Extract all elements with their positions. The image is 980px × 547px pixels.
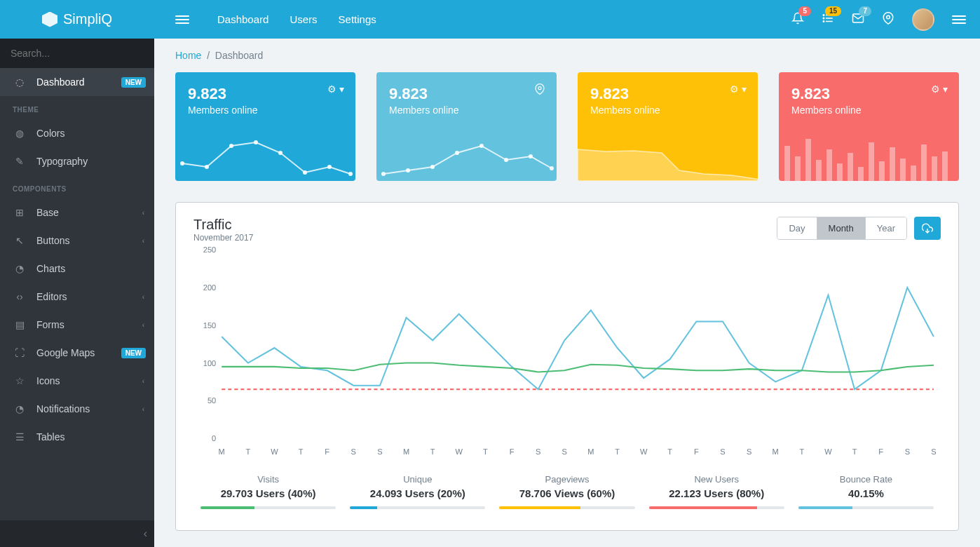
- sidebar-item-notifications[interactable]: ◔ Notifications ‹: [0, 395, 154, 423]
- svg-point-20: [455, 151, 459, 155]
- drop-icon: ◍: [13, 128, 27, 139]
- sidebar-item-typography[interactable]: ✎ Typography: [0, 147, 154, 175]
- gear-icon[interactable]: ⚙ ▾: [327, 83, 344, 95]
- svg-rect-26: [795, 156, 801, 181]
- range-month[interactable]: Month: [817, 217, 866, 239]
- svg-text:T: T: [667, 447, 672, 456]
- svg-rect-25: [784, 146, 790, 181]
- svg-point-9: [205, 165, 209, 169]
- sidebar-item-label: Buttons: [36, 235, 69, 246]
- breadcrumb: Home / Dashboard: [154, 39, 980, 72]
- traffic-title: Traffic: [193, 217, 253, 233]
- svg-text:M: M: [219, 447, 225, 456]
- range-day[interactable]: Day: [777, 217, 817, 239]
- brand-icon: [42, 12, 57, 27]
- sidebar-item-googlemaps[interactable]: ⛶ Google Maps NEW: [0, 339, 154, 367]
- stat-bar: [649, 506, 784, 509]
- stat-bar: [350, 506, 485, 509]
- range-year[interactable]: Year: [866, 217, 906, 239]
- app-header: SimpliQ Dashboard Users Settings 5 15 7: [0, 0, 980, 39]
- sidebar-item-charts[interactable]: ◔ Charts: [0, 255, 154, 283]
- gear-icon[interactable]: ⚙ ▾: [931, 83, 948, 95]
- stat-item: Unique 24.093 Users (20%): [343, 474, 492, 516]
- widget-members-4: ⚙ ▾ 9.823 Members online: [779, 72, 959, 181]
- search-input[interactable]: [11, 48, 144, 59]
- svg-point-21: [479, 144, 484, 148]
- chevron-left-icon: ‹: [142, 209, 144, 217]
- list-icon: ☰: [13, 431, 27, 443]
- sidebar-minimizer[interactable]: ‹: [0, 520, 154, 547]
- svg-rect-32: [858, 167, 864, 181]
- tasks-icon[interactable]: 15: [822, 12, 834, 27]
- svg-text:250: 250: [203, 245, 216, 254]
- svg-text:S: S: [720, 447, 725, 456]
- stat-label: Bounce Rate: [798, 474, 934, 485]
- sidebar-item-editors[interactable]: ‹› Editors ‹: [0, 283, 154, 311]
- sidebar-item-forms[interactable]: ▤ Forms ‹: [0, 311, 154, 339]
- location-icon[interactable]: [882, 12, 894, 27]
- tasks-badge: 15: [825, 6, 841, 16]
- search-box[interactable]: [0, 39, 154, 68]
- sidebar-item-label: Forms: [36, 319, 64, 330]
- stat-item: New Users 22.123 Users (80%): [642, 474, 791, 516]
- sidebar-item-base[interactable]: ⊞ Base ‹: [0, 198, 154, 227]
- avatar[interactable]: [912, 8, 934, 31]
- widget-members-3: ⚙ ▾ 9.823 Members online: [578, 72, 758, 181]
- svg-point-8: [180, 161, 184, 166]
- traffic-subtitle: November 2017: [193, 233, 253, 243]
- mini-line-chart: [175, 132, 355, 181]
- stat-value: 40.15%: [798, 487, 934, 499]
- sidebar-item-buttons[interactable]: ↖ Buttons ‹: [0, 227, 154, 255]
- nav-users[interactable]: Users: [290, 13, 317, 25]
- sidebar-item-colors[interactable]: ◍ Colors: [0, 119, 154, 147]
- chevron-left-icon: ‹: [142, 237, 144, 245]
- svg-point-3: [823, 14, 824, 15]
- sidebar-item-tables[interactable]: ☰ Tables: [0, 423, 154, 451]
- nav-dashboard[interactable]: Dashboard: [217, 13, 268, 25]
- top-nav: Dashboard Users Settings: [154, 13, 376, 25]
- sidebar-item-icons[interactable]: ☆ Icons ‹: [0, 367, 154, 395]
- cursor-icon: ↖: [13, 235, 27, 246]
- svg-text:S: S: [377, 447, 382, 456]
- aside-toggle-icon[interactable]: [952, 15, 966, 24]
- range-toggle: Day Month Year: [777, 217, 907, 240]
- svg-text:T: T: [483, 447, 488, 456]
- widget-value: 9.823: [188, 85, 343, 103]
- download-button[interactable]: [914, 217, 941, 240]
- svg-rect-40: [942, 151, 948, 181]
- mini-line-chart: [376, 132, 557, 181]
- svg-text:0: 0: [212, 434, 216, 443]
- nav-settings[interactable]: Settings: [339, 13, 376, 25]
- code-icon: ‹›: [13, 291, 27, 302]
- stat-label: Visits: [200, 474, 336, 485]
- location-icon[interactable]: [534, 83, 545, 97]
- sidebar-item-label: Editors: [36, 291, 67, 302]
- svg-text:T: T: [430, 447, 435, 456]
- gear-icon[interactable]: ⚙ ▾: [730, 83, 747, 95]
- svg-text:W: W: [456, 447, 463, 456]
- svg-point-16: [538, 87, 541, 90]
- widget-row: ⚙ ▾ 9.823 Members online 9.823 Members o…: [154, 72, 980, 181]
- mail-icon[interactable]: 7: [852, 12, 864, 27]
- sidebar-toggle-icon[interactable]: [168, 15, 196, 24]
- stats-row: Visits 29.703 Users (40%) Unique 24.093 …: [193, 474, 941, 516]
- svg-rect-31: [848, 153, 853, 181]
- note-icon: ▤: [13, 319, 27, 330]
- svg-text:T: T: [245, 447, 250, 456]
- header-actions: 5 15 7: [791, 8, 980, 31]
- svg-text:T: T: [615, 447, 620, 456]
- chevron-left-icon: ‹: [142, 405, 144, 413]
- sidebar-item-label: Icons: [36, 375, 60, 386]
- stat-item: Visits 29.703 Users (40%): [193, 474, 343, 516]
- svg-text:S: S: [536, 447, 540, 456]
- sidebar-item-label: Notifications: [36, 403, 90, 414]
- sidebar-item-dashboard[interactable]: ◌ Dashboard NEW: [0, 68, 154, 96]
- stat-value: 24.093 Users (20%): [350, 487, 485, 499]
- bell-icon[interactable]: 5: [791, 12, 804, 27]
- svg-rect-37: [911, 166, 916, 181]
- brand-logo[interactable]: SimpliQ: [0, 11, 154, 27]
- breadcrumb-home[interactable]: Home: [175, 50, 201, 61]
- stat-bar: [200, 506, 336, 509]
- sidebar-item-label: Google Maps: [36, 347, 95, 358]
- stat-label: New Users: [649, 474, 784, 485]
